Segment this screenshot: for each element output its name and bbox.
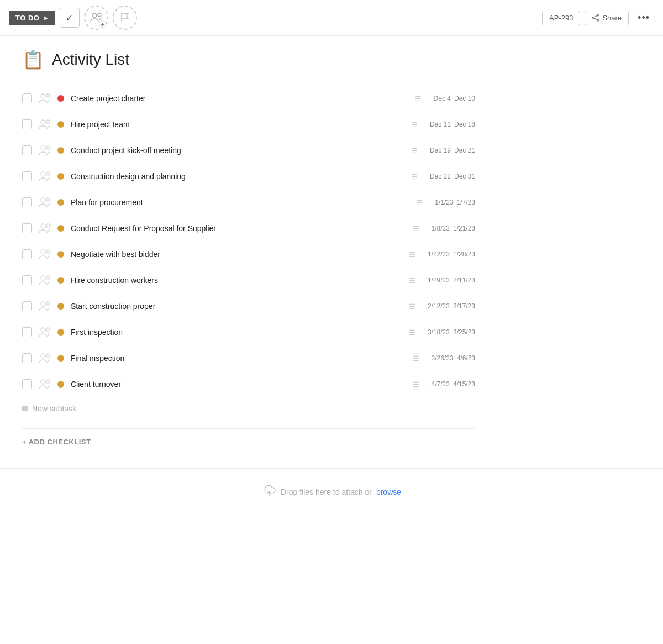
assignee-icon: [38, 325, 52, 339]
share-icon: [592, 14, 599, 22]
svg-point-27: [41, 354, 45, 358]
task-id-badge: AP-293: [542, 11, 580, 25]
more-options-button[interactable]: •••: [633, 9, 654, 27]
task-dates: 1/1/231/7/23: [435, 198, 475, 206]
drop-zone: Drop files here to attach or browse: [0, 468, 663, 515]
assignee-icon: [38, 117, 52, 132]
svg-point-12: [46, 146, 50, 149]
task-checkbox[interactable]: [22, 379, 32, 389]
toolbar: TO DO ▶ ✓ + AP-293 Share: [0, 0, 663, 36]
check-button[interactable]: ✓: [60, 8, 80, 28]
svg-point-11: [41, 146, 45, 150]
task-name: Create project charter: [71, 94, 407, 103]
svg-point-15: [41, 198, 45, 202]
new-subtask-icon: [22, 406, 28, 411]
flag-icon: [120, 12, 130, 23]
task-end-date: 1/21/23: [453, 224, 475, 232]
task-checkbox[interactable]: [22, 93, 32, 103]
task-dates: Dec 22Dec 31: [430, 172, 475, 180]
task-item: Construction design and planning☰Dec 22D…: [22, 164, 475, 190]
status-dot: [57, 121, 64, 128]
drop-zone-text: Drop files here to attach or: [281, 488, 372, 496]
svg-point-28: [46, 354, 50, 357]
svg-point-30: [46, 380, 50, 383]
task-divider: ☰: [416, 198, 423, 207]
flag-button[interactable]: [113, 6, 137, 30]
task-dates: 1/8/231/21/23: [432, 224, 475, 232]
task-checkbox[interactable]: [22, 197, 32, 207]
upload-icon: [262, 484, 276, 500]
task-start-date: 3/18/23: [428, 328, 450, 336]
task-checkbox[interactable]: [22, 171, 32, 181]
task-item: Conduct project kick-off meeting☰Dec 19D…: [22, 138, 475, 164]
task-name: Hire construction workers: [71, 276, 401, 285]
task-checkbox[interactable]: [22, 223, 32, 233]
add-checklist-label: + ADD CHECKLIST: [22, 438, 91, 446]
new-subtask-label: New subtask: [32, 404, 76, 413]
svg-point-19: [41, 250, 45, 254]
status-dot: [57, 277, 64, 284]
page-title: Activity List: [52, 51, 129, 69]
svg-point-13: [41, 172, 45, 176]
status-dot: [57, 199, 64, 206]
add-people-button[interactable]: +: [84, 6, 108, 30]
assignee-icon: [38, 273, 52, 287]
task-dates: 4/7/234/15/23: [432, 380, 475, 388]
task-divider: ☰: [413, 354, 419, 363]
task-start-date: 4/7/23: [432, 380, 450, 388]
task-divider: ☰: [413, 380, 419, 389]
task-item: Hire construction workers☰1/29/232/11/23: [22, 268, 475, 294]
assignee-icon: [38, 247, 52, 261]
svg-point-10: [46, 120, 50, 123]
task-dates: 2/12/233/17/23: [428, 302, 475, 310]
task-name: Hire project team: [71, 120, 403, 129]
svg-point-29: [41, 380, 45, 384]
task-start-date: Dec 4: [434, 95, 451, 102]
task-end-date: Dec 10: [454, 95, 475, 102]
task-checkbox[interactable]: [22, 353, 32, 363]
task-checkbox[interactable]: [22, 327, 32, 337]
svg-point-8: [46, 94, 50, 97]
task-list: Create project charter☰Dec 4Dec 10 Hire …: [22, 86, 475, 397]
task-end-date: Dec 21: [454, 146, 475, 154]
task-name: Client turnover: [71, 380, 405, 389]
svg-point-26: [46, 328, 50, 331]
add-checklist-button[interactable]: + ADD CHECKLIST: [22, 428, 475, 455]
svg-point-16: [46, 198, 50, 201]
todo-status-button[interactable]: TO DO ▶: [9, 11, 55, 25]
more-icon: •••: [638, 12, 650, 23]
task-checkbox[interactable]: [22, 249, 32, 259]
svg-point-23: [41, 302, 45, 306]
task-checkbox[interactable]: [22, 119, 32, 129]
plus-icon: +: [99, 20, 106, 28]
task-divider: ☰: [409, 302, 415, 311]
status-dot: [57, 147, 64, 154]
task-checkbox[interactable]: [22, 145, 32, 155]
task-checkbox[interactable]: [22, 301, 32, 311]
svg-line-6: [594, 18, 597, 20]
task-start-date: 1/29/23: [428, 276, 450, 284]
task-item: Plan for procurement☰1/1/231/7/23: [22, 190, 475, 216]
assignee-icon: [38, 351, 52, 365]
task-name: Conduct project kick-off meeting: [71, 146, 403, 155]
assignee-icon: [38, 299, 52, 313]
arrow-icon: ▶: [44, 15, 49, 21]
share-button[interactable]: Share: [585, 11, 629, 25]
task-dates: Dec 11Dec 18: [430, 121, 475, 128]
task-name: First inspection: [71, 328, 401, 337]
task-name: Conduct Request for Proposal for Supplie…: [71, 224, 405, 233]
task-checkbox[interactable]: [22, 275, 32, 285]
task-item: Conduct Request for Proposal for Supplie…: [22, 216, 475, 242]
task-divider: ☰: [409, 276, 415, 285]
assignee-icon: [38, 195, 52, 210]
task-name: Plan for procurement: [71, 198, 408, 207]
new-subtask-row[interactable]: New subtask: [22, 397, 475, 420]
task-end-date: Dec 31: [454, 172, 475, 180]
browse-link[interactable]: browse: [376, 488, 401, 496]
task-end-date: Dec 18: [454, 121, 475, 128]
task-dates: 3/18/233/25/23: [428, 328, 475, 336]
status-dot: [57, 329, 64, 336]
svg-point-4: [593, 17, 594, 19]
share-label: Share: [602, 14, 622, 22]
status-dot: [57, 225, 64, 232]
